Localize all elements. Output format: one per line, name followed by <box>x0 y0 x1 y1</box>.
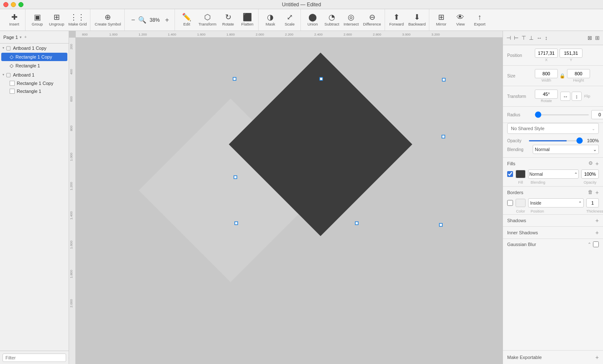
fill-mode-arrow-icon: ⌃ <box>574 172 577 177</box>
flip-v-button[interactable]: ↕ <box>572 92 582 101</box>
maximize-button[interactable] <box>18 2 23 7</box>
fill-enabled-checkbox[interactable] <box>507 171 513 177</box>
page-selector[interactable]: Page 1 ▾ + <box>3 35 27 40</box>
subtract-button[interactable]: ◔ Subtract <box>323 11 341 29</box>
fill-opacity-input[interactable] <box>581 169 599 179</box>
borders-actions: 🗑 + <box>588 189 599 196</box>
page-add-icon[interactable]: + <box>24 35 27 39</box>
canvas[interactable]: 800 1.000 1.200 1.400 1.600 1.800 2.000 … <box>69 31 503 364</box>
border-position-select[interactable]: Inside ⌃ <box>528 198 584 208</box>
distribute-h-button[interactable]: ⊠ <box>587 34 593 42</box>
fills-add-button[interactable]: + <box>595 160 599 167</box>
layer-a1-rect1-label: Rectangle 1 <box>17 89 41 94</box>
gaussian-blur-header: Gaussian Blur ⌃ <box>507 241 599 247</box>
canvas-content[interactable] <box>76 38 503 364</box>
align-bottom-button[interactable]: ↕ <box>544 34 549 42</box>
align-center-v-button[interactable]: ↔ <box>536 34 543 42</box>
zoom-icon: 🔍 <box>138 16 146 24</box>
layer-item-a1-rect1[interactable]: Rectangle 1 <box>1 87 67 95</box>
shared-style-selector[interactable]: No Shared Style ⌄ <box>507 123 599 134</box>
transform-controls: Rotate ↔ ↕ Flip <box>535 90 590 103</box>
align-right-button[interactable]: ⊤ <box>521 34 527 42</box>
union-button[interactable]: ⬤ Union <box>303 11 322 29</box>
layer-a1-rect1copy-checkbox[interactable] <box>10 81 15 86</box>
artboard-1-header[interactable]: ▾ ▢ Artboard 1 <box>0 70 69 79</box>
radius-slider[interactable] <box>535 114 589 115</box>
height-label: Height <box>573 78 584 82</box>
insert-button[interactable]: ✚ Insert <box>5 11 23 29</box>
blending-select[interactable]: Normal ⌄ <box>533 145 599 154</box>
align-left-button[interactable]: ⊣ <box>505 34 512 42</box>
layer-item-rect1[interactable]: ◇ Rectangle 1 <box>1 62 67 70</box>
handle-top-right[interactable] <box>442 78 445 81</box>
export-button[interactable]: ↑ Export <box>470 11 489 29</box>
layer-a1-rect1-checkbox[interactable] <box>10 89 15 94</box>
minimize-button[interactable] <box>11 2 16 7</box>
make-grid-button[interactable]: ⋮⋮ Make Grid <box>67 11 88 29</box>
make-exportable-add-button[interactable]: + <box>595 354 599 361</box>
make-grid-icon: ⋮⋮ <box>70 13 85 21</box>
radius-input[interactable] <box>591 110 603 119</box>
align-center-h-button[interactable]: ⊢ <box>513 34 519 42</box>
forward-button[interactable]: ⬆ Forward <box>387 11 406 29</box>
height-input[interactable] <box>567 69 590 78</box>
close-button[interactable] <box>3 2 8 7</box>
rotate-input[interactable] <box>535 90 558 99</box>
fill-mode-select[interactable]: Normal ⌃ <box>528 169 579 179</box>
opacity-slider[interactable] <box>529 140 583 141</box>
handle-left[interactable] <box>234 176 237 179</box>
layer-item-a1-rect1copy[interactable]: Rectangle 1 Copy <box>1 79 67 87</box>
mask-button[interactable]: ◑ Mask <box>261 11 280 29</box>
handle-right[interactable] <box>442 135 445 138</box>
fill-color-preview[interactable] <box>516 170 526 178</box>
handle-bottom-left[interactable] <box>235 222 238 225</box>
lock-icon[interactable]: 🔒 <box>559 73 565 79</box>
blending-label: Blending <box>507 147 530 152</box>
artboard-1-copy-header[interactable]: ▾ ▢ Artboard 1 Copy <box>0 44 69 52</box>
borders-label: Borders <box>507 190 523 195</box>
fills-gear-icon[interactable]: ⚙ <box>588 160 593 167</box>
zoom-minus-button[interactable]: − <box>129 16 137 24</box>
borders-sub-labels: Color Position Thickness <box>503 209 603 214</box>
ruler-mark-1400: 1.400 <box>168 33 176 36</box>
border-enabled-checkbox[interactable] <box>507 200 513 206</box>
distribute-v-button[interactable]: ⊞ <box>594 34 600 42</box>
size-row: Size Width 🔒 Height <box>507 69 599 82</box>
zoom-value[interactable]: 38% <box>147 17 162 23</box>
ungroup-button[interactable]: ⊞ Ungroup <box>47 11 66 29</box>
filter-input[interactable] <box>3 354 66 362</box>
mirror-button[interactable]: ⊞ Mirror <box>432 11 450 29</box>
group-button[interactable]: ▣ Group <box>28 11 46 29</box>
handle-top[interactable] <box>320 77 323 80</box>
borders-add-button[interactable]: + <box>595 189 599 196</box>
handle-top-left[interactable] <box>233 77 236 80</box>
scale-button[interactable]: ⤢ Scale <box>280 11 299 29</box>
inner-shadows-add-button[interactable]: + <box>595 229 599 236</box>
position-y-input[interactable] <box>559 49 582 58</box>
inner-shadows-header: Inner Shadows + <box>507 229 599 236</box>
gaussian-blur-checkbox[interactable] <box>593 241 599 247</box>
edit-button[interactable]: ✏️ Edit <box>177 11 196 29</box>
flip-h-button[interactable]: ↔ <box>560 92 570 101</box>
transform-button[interactable]: ⬡ Transform <box>197 11 218 29</box>
shadows-add-button[interactable]: + <box>595 217 599 224</box>
handle-bottom[interactable] <box>355 222 358 225</box>
handle-bottom-right[interactable] <box>439 223 442 226</box>
border-thickness-input[interactable] <box>586 198 599 208</box>
intersect-button[interactable]: ◎ Intersect <box>342 11 360 29</box>
width-input[interactable] <box>535 69 558 78</box>
align-top-button[interactable]: ⊥ <box>528 34 534 42</box>
create-symbol-button[interactable]: ⊕ Create Symbol <box>93 11 123 29</box>
backward-button[interactable]: ⬇ Backward <box>407 11 428 29</box>
flatten-button[interactable]: ⬛ Flatten <box>238 11 257 29</box>
difference-button[interactable]: ⊖ Difference <box>362 11 383 29</box>
rotate-button[interactable]: ↻ Rotate <box>219 11 237 29</box>
border-color-preview[interactable] <box>516 199 526 207</box>
view-button[interactable]: 👁 View <box>451 11 470 29</box>
position-x-input[interactable] <box>535 49 558 58</box>
borders-delete-icon[interactable]: 🗑 <box>588 189 593 196</box>
zoom-plus-button[interactable]: + <box>163 16 171 24</box>
layer-item-rect1copy[interactable]: ◇ Rectangle 1 Copy <box>1 53 67 61</box>
toolbar: ✚ Insert ▣ Group ⊞ Ungroup ⋮⋮ Make Grid … <box>0 9 603 31</box>
gaussian-blur-expand-icon[interactable]: ⌃ <box>588 242 591 247</box>
